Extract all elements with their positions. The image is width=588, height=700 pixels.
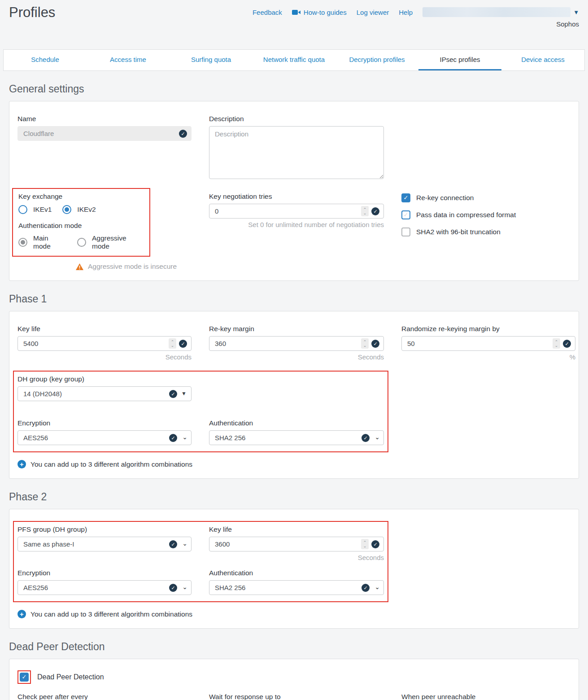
number-stepper[interactable]: ⌃⌄ — [361, 338, 369, 349]
tab-ipsec-profiles[interactable]: IPsec profiles — [418, 50, 501, 70]
checkbox-rekey-connection[interactable]: ✓ Re-key connection — [401, 193, 575, 202]
aggressive-warning-text: Aggressive mode is insecure — [88, 262, 177, 271]
dh-group-select[interactable]: 14 (DH2048) — [17, 386, 192, 401]
chevron-down-icon: ⌄ — [375, 433, 380, 441]
tab-device-access[interactable]: Device access — [501, 50, 584, 70]
key-negotiation-label: Key negotiation tries — [209, 192, 384, 201]
phase1-rekey-margin-input[interactable] — [209, 336, 384, 351]
key-negotiation-help: Set 0 for unlimited number of negotiatio… — [209, 221, 384, 228]
annotation-box-phase1-algorithms: DH group (key group) 14 (DH2048) ✓ ▼ Enc… — [13, 371, 388, 452]
check-circle-icon: ✓ — [169, 540, 177, 548]
radio-main-mode[interactable]: Main mode — [18, 234, 66, 250]
check-circle-icon: ✓ — [371, 540, 379, 548]
radio-selected-disabled-icon — [18, 238, 27, 247]
log-viewer-link[interactable]: Log viewer — [357, 9, 389, 16]
pfs-group-field: PFS group (DH group) Same as phase-I ✓ ⌄ — [17, 525, 192, 561]
dpd-card: ✓ Dead Peer Detection Check peer after e… — [9, 659, 579, 700]
radio-icon — [18, 205, 27, 214]
checkbox-unchecked-icon: ✓ — [401, 210, 410, 219]
phase2-key-life-input[interactable] — [209, 537, 384, 551]
check-circle-icon: ✓ — [362, 434, 370, 442]
phase1-rekey-margin-field: Re-key margin ⌃⌄ ✓ Seconds — [209, 325, 384, 361]
add-plus-icon[interactable]: + — [17, 460, 26, 468]
when-unreachable-field: When peer unreachable Re-initiate ✓ ⌄ — [401, 693, 575, 700]
number-stepper[interactable]: ⌃⌄ — [361, 539, 369, 549]
warning-triangle-icon — [76, 263, 83, 270]
tab-access-time[interactable]: Access time — [87, 50, 170, 70]
profile-tabs: Schedule Access time Surfing quota Netwo… — [3, 49, 585, 71]
phase2-add-combination[interactable]: + You can add up to 3 different algorith… — [17, 610, 571, 618]
tab-decryption-profiles[interactable]: Decryption profiles — [335, 50, 418, 70]
caret-down-icon: ▼ — [181, 390, 187, 397]
phase1-authentication-select[interactable]: SHA2 256 — [209, 430, 384, 445]
check-circle-icon: ✓ — [179, 340, 187, 348]
phase1-encryption-select[interactable]: AES256 — [17, 430, 192, 445]
wait-response-field: Wait for response up to ⌃⌄ ✓ Seconds — [209, 693, 384, 700]
check-circle-icon: ✓ — [362, 584, 370, 592]
radio-ikev2[interactable]: IKEv2 — [62, 205, 96, 214]
chevron-down-icon: ⌄ — [375, 583, 380, 591]
number-stepper[interactable]: ⌃⌄ — [169, 338, 176, 349]
name-input[interactable] — [17, 126, 192, 141]
account-name-redacted — [422, 7, 571, 17]
caret-down-icon: ▼ — [573, 9, 579, 16]
phase2-encryption-field: Encryption AES256 ✓ ⌄ — [17, 569, 192, 595]
check-peer-field: Check peer after every ⌃⌄ ✓ Seconds — [17, 693, 192, 700]
account-menu[interactable]: ▼ — [422, 7, 579, 17]
phase2-key-life-field: Key life ⌃⌄ ✓ Seconds — [209, 525, 384, 561]
auth-mode-label: Authentication mode — [18, 222, 144, 230]
page-title: Profiles — [9, 4, 55, 21]
chevron-down-icon: ⌄ — [182, 433, 187, 441]
phase2-authentication-select[interactable]: SHA2 256 — [209, 580, 384, 595]
tab-schedule[interactable]: Schedule — [4, 50, 87, 70]
radio-ikev1[interactable]: IKEv1 — [18, 205, 52, 214]
chevron-down-icon: ⌄ — [182, 540, 187, 547]
key-negotiation-field: Key negotiation tries ⌃⌄ ✓ Set 0 for unl… — [209, 192, 384, 271]
description-textarea[interactable] — [209, 126, 384, 179]
phase1-randomize-field: Randomize re-keying margin by ⌃⌄ ✓ % — [401, 325, 575, 361]
annotation-box-phase2-algorithms: PFS group (DH group) Same as phase-I ✓ ⌄… — [13, 521, 388, 602]
dh-group-field: DH group (key group) 14 (DH2048) ✓ ▼ — [17, 375, 192, 401]
howto-guides-link[interactable]: How-to guides — [292, 9, 347, 16]
description-label: Description — [209, 115, 384, 123]
tab-network-traffic-quota[interactable]: Network traffic quota — [253, 50, 335, 70]
checkbox-sha2-truncation[interactable]: SHA2 with 96-bit truncation — [401, 228, 575, 236]
annotation-box-key-exchange: Key exchange IKEv1 IKEv2 Authentication … — [12, 188, 150, 257]
radio-aggressive-mode[interactable]: Aggressive mode — [77, 234, 144, 250]
phase1-encryption-field: Encryption AES256 ✓ ⌄ — [17, 419, 192, 445]
add-plus-icon[interactable]: + — [17, 610, 26, 618]
radio-selected-icon — [62, 205, 71, 214]
phase2-heading: Phase 2 — [9, 491, 579, 503]
check-circle-icon: ✓ — [371, 340, 379, 348]
dpd-enable-checkbox[interactable]: ✓ — [20, 673, 29, 682]
radio-disabled-icon — [77, 238, 86, 247]
phase1-add-combination[interactable]: + You can add up to 3 different algorith… — [17, 460, 571, 468]
phase1-heading: Phase 1 — [9, 293, 579, 305]
phase1-key-life-input[interactable] — [17, 336, 192, 351]
check-circle-icon: ✓ — [179, 130, 187, 138]
phase2-card: PFS group (DH group) Same as phase-I ✓ ⌄… — [9, 509, 579, 629]
check-circle-icon: ✓ — [371, 207, 379, 215]
phase1-authentication-field: Authentication SHA2 256 ✓ ⌄ — [209, 419, 384, 445]
dpd-enable-label: Dead Peer Detection — [37, 673, 104, 681]
general-settings-card: Name ✓ Description Key exchange — [9, 101, 579, 281]
check-circle-icon: ✓ — [563, 340, 571, 348]
annotation-box-dpd-checkbox: ✓ — [17, 670, 31, 684]
checkbox-compressed-format[interactable]: ✓ Pass data in compressed format — [401, 210, 575, 219]
check-circle-icon: ✓ — [169, 434, 177, 442]
help-link[interactable]: Help — [399, 9, 413, 16]
tab-surfing-quota[interactable]: Surfing quota — [170, 50, 253, 70]
feedback-link[interactable]: Feedback — [253, 9, 282, 16]
video-camera-icon — [292, 9, 301, 15]
phase2-encryption-select[interactable]: AES256 — [17, 580, 192, 595]
description-field: Description — [209, 115, 384, 181]
name-field: Name ✓ — [17, 115, 192, 181]
phase1-key-life-field: Key life ⌃⌄ ✓ Seconds — [17, 325, 192, 361]
phase1-randomize-input[interactable] — [401, 336, 575, 351]
general-settings-heading: General settings — [9, 83, 579, 95]
number-stepper[interactable]: ⌃⌄ — [361, 206, 369, 216]
pfs-group-select[interactable]: Same as phase-I — [17, 537, 192, 551]
number-stepper[interactable]: ⌃⌄ — [553, 338, 560, 349]
key-negotiation-input[interactable] — [209, 204, 384, 219]
check-circle-icon: ✓ — [169, 390, 177, 398]
